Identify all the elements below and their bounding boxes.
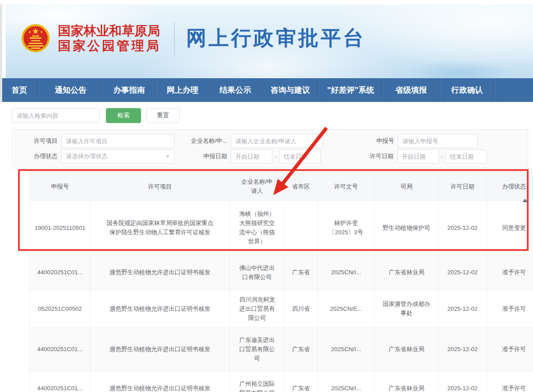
apply-date-start-input[interactable]	[231, 149, 272, 163]
nav-item-provincial[interactable]: 省级填报	[382, 78, 439, 102]
cell-status: 准予许可	[487, 371, 533, 392]
cell-permit-item: 濒危野生动植物允许进出口证明书核发	[91, 327, 230, 371]
nav-item-guide[interactable]: 办事指南	[102, 78, 156, 102]
site-title: 网上行政审批平台	[186, 25, 366, 52]
cell-permit-date: 2025-12-02	[439, 290, 487, 327]
cell-apply-no: 19001-2025110501	[30, 201, 91, 255]
cell-province: 四川省	[285, 290, 318, 327]
filter-row-2: 办理状态 请选择办理状态 ▼ 申报日期 - 许可日期 -	[12, 149, 528, 163]
cell-bureau: 国家濒管办成都办事处	[375, 290, 439, 327]
permit-date-end-input[interactable]	[445, 149, 487, 163]
nav-item-home[interactable]: 首页	[0, 78, 39, 102]
cell-permit-item: 国务院规定由国家林草局审批的国家重点保护陆生野生动物人工繁育许可证核发	[91, 201, 230, 255]
cell-status: 准予许可	[487, 290, 533, 327]
cell-permit-date: 2025-12-02	[439, 255, 487, 290]
col-header-bureau: 司局	[375, 172, 439, 201]
company-label: 企业名称/申...	[185, 137, 227, 145]
filter-row-1: 许可项目 企业名称/申... 申报号	[12, 134, 528, 148]
col-header-company: 企业名称/申请人	[230, 172, 285, 201]
col-header-status: 办理状态	[487, 172, 533, 201]
cell-bureau: 野生动植物保护司	[375, 201, 439, 255]
nav-item-online[interactable]: 网上办理	[156, 78, 209, 102]
national-emblem-icon	[21, 24, 50, 53]
table-row[interactable]: 440020251C01... 濒危野生动植物允许进出口证明书核发 广东迪美进出…	[30, 327, 533, 371]
cell-apply-no: 0520251C00502	[30, 290, 91, 327]
nav-item-consult[interactable]: 咨询与建议	[261, 78, 319, 102]
search-button[interactable]: 检索	[106, 108, 141, 123]
banner-divider	[174, 22, 175, 55]
search-input[interactable]	[12, 109, 100, 123]
cell-apply-no: 440020251C01...	[30, 255, 91, 290]
status-label: 办理状态	[27, 152, 58, 160]
cell-bureau: 广东省林业局	[375, 255, 439, 290]
nav-item-results[interactable]: 结果公示	[209, 78, 261, 102]
cell-permit-no: 2025CN/I...	[318, 255, 375, 290]
col-header-apply-no: 申报号	[30, 172, 91, 201]
permit-item-label: 许可项目	[27, 137, 58, 145]
chevron-down-icon: ▼	[165, 154, 170, 159]
cell-status: 准予许可	[487, 327, 533, 371]
cell-apply-no: 440020251C01...	[30, 371, 91, 392]
col-header-permit-date: 许可日期	[439, 172, 487, 201]
apply-date-end-input[interactable]	[279, 149, 321, 163]
table-row[interactable]: 19001-2025110501 国务院规定由国家林草局审批的国家重点保护陆生野…	[30, 201, 533, 255]
cell-permit-date: 2025-12-02	[439, 327, 487, 371]
cell-permit-date: 2025-12-02	[439, 371, 487, 392]
results-table-wrap: 申报号 许可项目 企业名称/申请人 省市区 许可文号 司局 许可日期 办理状态 …	[29, 172, 533, 392]
org-name-line1: 国家林业和草原局	[58, 23, 161, 38]
cell-company: 海峡（福州）大熊猫研究交流中心（熊猫世界）	[230, 201, 285, 255]
date-range-separator: -	[275, 153, 277, 160]
header-banner: 国家林业和草原局 国家公园管理局 网上行政审批平台	[6, 4, 533, 78]
cell-permit-no: 2025CN/E...	[318, 290, 375, 327]
permit-item-input[interactable]	[61, 134, 174, 148]
cell-permit-date: 2025-12-02	[439, 201, 487, 255]
nav-item-rating[interactable]: "好差评"系统	[319, 78, 382, 102]
scroll-up-arrow-icon[interactable]	[522, 199, 528, 202]
table-header-row: 申报号 许可项目 企业名称/申请人 省市区 许可文号 司局 许可日期 办理状态	[30, 172, 533, 201]
cell-company: 广东迪美进出口贸易有限公司	[230, 327, 285, 371]
apply-no-label: 申报号	[363, 137, 394, 145]
org-name-line2: 国家公园管理局	[58, 38, 161, 53]
browser-edge-strip	[0, 4, 2, 102]
cell-permit-item: 濒危野生动植物允许进出口证明书核发	[91, 255, 230, 290]
table-row[interactable]: 0520251C00502 濒危野生动植物允许进出口证明书核发 四川润兆鲟龙进出…	[30, 290, 533, 327]
search-row: 检索 重置	[12, 108, 533, 123]
org-name: 国家林业和草原局 国家公园管理局	[58, 23, 161, 53]
filter-panel: 许可项目 企业名称/申... 申报号 办理状态 请选择办理状态 ▼ 申报日期 -…	[12, 129, 528, 168]
apply-date-label: 申报日期	[185, 152, 227, 160]
nav-filler	[494, 78, 533, 102]
cell-permit-no: 2025CN/I...	[318, 371, 375, 392]
reset-button[interactable]: 重置	[146, 108, 180, 123]
cell-permit-no: 林护许变〔2025〕3号	[318, 201, 375, 255]
cell-bureau: 广东省林业局	[375, 327, 439, 371]
cell-bureau: 广东省林业局	[375, 371, 439, 392]
company-input[interactable]	[231, 134, 323, 148]
cell-permit-item: 濒危野生动植物允许进出口证明书核发	[91, 371, 230, 392]
status-select-placeholder: 请选择办理状态	[66, 152, 108, 160]
cell-company: 佛山中代进出口有限公司	[230, 255, 285, 290]
cell-company: 广州裕立国际贸易有限公司	[230, 371, 285, 392]
table-row[interactable]: 440020251C01... 濒危野生动植物允许进出口证明书核发 佛山中代进出…	[30, 255, 533, 290]
cell-status: 准予许可	[487, 255, 533, 290]
cell-status: 同意变更	[487, 201, 533, 255]
cell-province	[285, 201, 318, 255]
main-nav: 首页 通知公告 办事指南 网上办理 结果公示 咨询与建议 "好差评"系统 省级填…	[0, 78, 533, 102]
col-header-permit-item: 许可项目	[91, 172, 230, 201]
cell-province: 广东省	[285, 327, 318, 371]
results-table: 申报号 许可项目 企业名称/申请人 省市区 许可文号 司局 许可日期 办理状态 …	[29, 172, 533, 392]
nav-item-notices[interactable]: 通知公告	[39, 78, 102, 102]
apply-no-input[interactable]	[398, 134, 478, 148]
nav-item-confirm[interactable]: 行政确认	[439, 78, 494, 102]
permit-date-label: 许可日期	[362, 152, 394, 160]
cell-permit-item: 濒危野生动植物允许进出口证明书核发	[91, 290, 230, 327]
col-header-province: 省市区	[285, 172, 318, 201]
cell-company: 四川润兆鲟龙进出口贸易有限公司	[230, 290, 285, 327]
date-range-separator: -	[441, 153, 443, 160]
status-select[interactable]: 请选择办理状态 ▼	[61, 149, 174, 163]
cell-province: 广东省	[285, 255, 318, 290]
col-header-permit-no: 许可文号	[318, 172, 375, 201]
table-row[interactable]: 440020251C01... 濒危野生动植物允许进出口证明书核发 广州裕立国际…	[30, 371, 533, 392]
cell-apply-no: 440020251C01...	[30, 327, 91, 371]
permit-date-start-input[interactable]	[397, 149, 439, 163]
top-gap	[0, 0, 533, 4]
